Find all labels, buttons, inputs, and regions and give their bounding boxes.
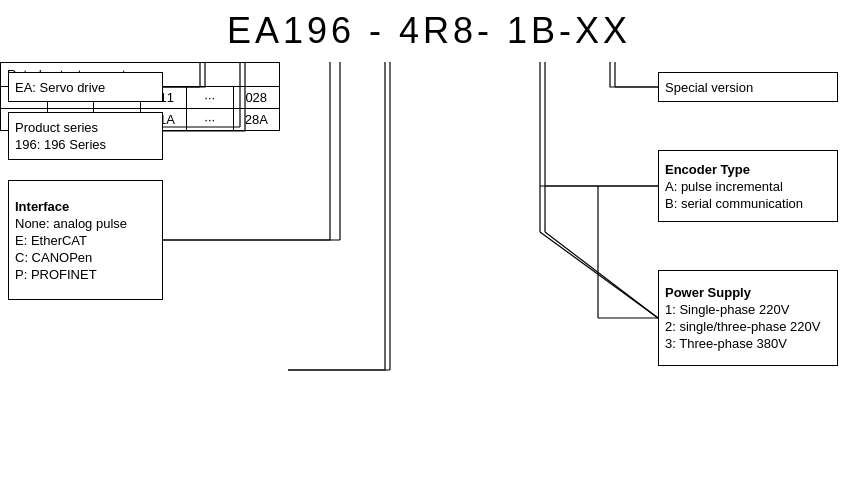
power-header: Power Supply [665,285,837,300]
svg-line-16 [540,232,658,318]
col-val-028: 28A [234,109,280,130]
product-series-line2: 196: 196 Series [15,137,162,152]
col-val-dots: ··· [187,109,233,130]
interface-item-1: None: analog pulse [15,216,162,231]
interface-item-2: E: EtherCAT [15,233,162,248]
power-item-2: 2: single/three-phase 220V [665,319,837,334]
interface-item-4: P: PROFINET [15,267,162,282]
power-supply-box: Power Supply 1: Single-phase 220V 2: sin… [658,270,838,366]
special-text: Special version [665,80,753,95]
col-028: 028 28A [234,87,280,130]
power-item-3: 3: Three-phase 380V [665,336,837,351]
ea-text: EA: Servo drive [15,80,105,95]
col-header-028: 028 [234,87,280,109]
encoder-header: Encoder Type [665,162,837,177]
interface-item-3: C: CANOPen [15,250,162,265]
ea-box: EA: Servo drive [8,72,163,102]
product-series-line1: Product series [15,120,162,135]
interface-box: Interface None: analog pulse E: EtherCAT… [8,180,163,300]
power-item-1: 1: Single-phase 220V [665,302,837,317]
col-dots: ··· ··· [187,87,234,130]
interface-header: Interface [15,199,162,214]
encoder-type-box: Encoder Type A: pulse incremental B: ser… [658,150,838,222]
product-series-box: Product series 196: 196 Series [8,112,163,160]
svg-line-12 [545,232,658,318]
encoder-item-2: B: serial communication [665,196,837,211]
special-version-box: Special version [658,72,838,102]
encoder-item-1: A: pulse incremental [665,179,837,194]
col-header-dots: ··· [187,87,233,109]
title: EA196 - 4R8- 1B-XX [0,0,858,62]
